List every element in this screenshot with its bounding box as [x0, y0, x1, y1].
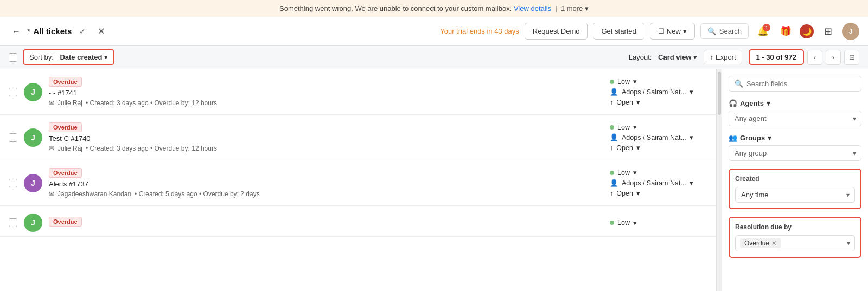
- avatar: J: [24, 83, 42, 101]
- ticket-details: • Created: 3 days ago • Overdue by: 12 h…: [86, 99, 217, 107]
- priority-value: Low: [617, 219, 630, 227]
- agent-icon: 👤: [610, 133, 618, 141]
- export-button[interactable]: ↑ Export: [704, 50, 742, 64]
- overdue-chip-label: Overdue: [744, 240, 769, 247]
- ticket-meta: ✉ Julie Raj • Created: 3 days ago • Over…: [49, 145, 603, 152]
- chevron-down-icon: ▾: [690, 133, 693, 141]
- ticket-checkbox[interactable]: [9, 218, 17, 227]
- search-button[interactable]: 🔍 Search: [700, 23, 749, 39]
- table-row[interactable]: J Overdue - - #1741 ✉ Julie Raj • Create…: [0, 69, 716, 115]
- layout-selector[interactable]: Layout: Card view ▾: [629, 53, 698, 61]
- group-field: 👤 Adops / Sairam Nat... ▾: [610, 133, 693, 141]
- agents-label[interactable]: 🎧 Agents ▾: [729, 99, 861, 107]
- mail-icon: ✉: [49, 145, 54, 152]
- trial-text: Your trial ends in 43 days: [440, 27, 519, 35]
- toolbar: Sort by: Date created ▾ Layout: Card vie…: [0, 46, 868, 69]
- avatar: J: [24, 214, 42, 232]
- ticket-author: Jagadeeshwaran Kandan: [58, 190, 131, 198]
- select-all-checkbox[interactable]: [9, 53, 17, 62]
- view-details-link[interactable]: View details: [514, 4, 551, 12]
- any-time-select[interactable]: Any time Today Yesterday Last 7 days Las…: [735, 187, 855, 203]
- chevron-down-icon: ▾: [683, 27, 687, 35]
- more-link[interactable]: 1 more: [561, 4, 583, 12]
- search-fields-box[interactable]: 🔍: [729, 76, 861, 92]
- ticket-checkbox[interactable]: [9, 179, 17, 187]
- chevron-down-icon: ▾: [690, 88, 693, 96]
- search-fields-input[interactable]: [746, 80, 856, 88]
- ticket-details: • Created: 3 days ago • Overdue by: 12 h…: [86, 145, 217, 152]
- mail-icon: ✉: [49, 99, 54, 107]
- priority-dot: [610, 221, 614, 225]
- new-button[interactable]: ☐ New ▾: [650, 23, 695, 40]
- status-value: Open: [616, 144, 633, 152]
- groups-label[interactable]: 👥 Groups ▾: [729, 134, 861, 142]
- chevron-down-icon: ▾: [847, 240, 850, 247]
- created-label: Created: [735, 175, 855, 183]
- avatar[interactable]: J: [842, 23, 859, 40]
- groups-filter-section: 👥 Groups ▾ Any group: [729, 134, 861, 161]
- back-nav-icon[interactable]: ←: [9, 24, 24, 39]
- priority-value: Low: [617, 78, 630, 86]
- group-value: Adops / Sairam Nat...: [622, 88, 686, 96]
- ticket-title: Alerts #1737: [49, 180, 603, 188]
- priority-dot: [610, 171, 614, 175]
- status-badge: Overdue: [49, 77, 82, 87]
- any-agent-selector[interactable]: Any agent: [729, 111, 861, 126]
- created-filter-section: Created Any time Today Yesterday Last 7 …: [729, 169, 861, 209]
- agents-filter-section: 🎧 Agents ▾ Any agent: [729, 99, 861, 126]
- sort-button[interactable]: Sort by: Date created ▾: [23, 49, 114, 65]
- ticket-fields: Low ▾ 👤 Adops / Sairam Nat... ▾ ↑ Open ▾: [610, 169, 707, 197]
- bell-icon-button[interactable]: 🔔 1: [754, 23, 771, 40]
- priority-value: Low: [617, 124, 630, 131]
- any-group-selector[interactable]: Any group: [729, 145, 861, 161]
- prev-page-button[interactable]: ‹: [807, 50, 822, 65]
- get-started-button[interactable]: Get started: [593, 23, 644, 40]
- status-field: ↑ Open ▾: [610, 189, 640, 197]
- bell-badge: 1: [763, 24, 770, 31]
- gift-icon-button[interactable]: 🎁: [777, 23, 794, 40]
- any-agent-select[interactable]: Any agent: [729, 111, 861, 126]
- ticket-checkbox[interactable]: [9, 88, 17, 96]
- scrollbar-thumb[interactable]: [718, 72, 721, 115]
- close-icon[interactable]: ✕: [93, 24, 108, 39]
- header-actions: Your trial ends in 43 days Request Demo …: [440, 23, 859, 40]
- chevron-down-icon: ▾: [636, 98, 640, 106]
- table-row[interactable]: J Overdue Test C #1740 ✉ Julie Raj • Cre…: [0, 115, 716, 160]
- top-banner: Something went wrong. We are unable to c…: [0, 0, 868, 17]
- group-value: Adops / Sairam Nat...: [622, 179, 686, 187]
- groups-icon: 👥: [729, 134, 737, 142]
- ticket-fields: Low ▾ 👤 Adops / Sairam Nat... ▾ ↑ Open ▾: [610, 77, 707, 106]
- priority-value: Low: [617, 169, 630, 177]
- overdue-chip: Overdue ✕: [740, 238, 781, 248]
- ticket-fields: Low ▾ 👤 Adops / Sairam Nat... ▾ ↑ Open ▾: [610, 123, 707, 152]
- chevron-down-icon: ▾: [633, 77, 637, 86]
- priority-field: Low ▾: [610, 169, 637, 177]
- status-badge: Overdue: [49, 217, 82, 227]
- grid-icon-button[interactable]: ⊞: [819, 23, 837, 40]
- status-value: Open: [616, 190, 633, 197]
- request-demo-button[interactable]: Request Demo: [525, 23, 588, 40]
- table-row[interactable]: J Overdue Alerts #1737 ✉ Jagadeeshwaran …: [0, 160, 716, 206]
- export-icon: ↑: [710, 53, 713, 61]
- check-icon[interactable]: ✓: [75, 24, 90, 39]
- header-left: ← * All tickets ✓ ✕: [9, 24, 436, 39]
- tickets-area: J Overdue - - #1741 ✉ Julie Raj • Create…: [0, 69, 716, 291]
- next-page-button[interactable]: ›: [826, 50, 841, 65]
- avatar: J: [24, 128, 42, 147]
- group-field: 👤 Adops / Sairam Nat... ▾: [610, 179, 693, 187]
- ticket-checkbox[interactable]: [9, 133, 17, 142]
- agent-icon: 👤: [610, 179, 618, 187]
- resolution-due-selector[interactable]: Overdue ✕ ▾: [735, 235, 855, 251]
- any-group-select[interactable]: Any group: [729, 145, 861, 161]
- remove-overdue-chip[interactable]: ✕: [771, 240, 777, 247]
- search-icon: 🔍: [707, 27, 716, 35]
- page-count: 1 - 30 of 972: [749, 49, 804, 65]
- columns-button[interactable]: ⊟: [844, 50, 859, 65]
- moon-icon[interactable]: 🌙: [800, 24, 814, 38]
- ticket-content: Overdue Test C #1740 ✉ Julie Raj • Creat…: [49, 122, 603, 152]
- any-time-selector[interactable]: Any time Today Yesterday Last 7 days Las…: [735, 187, 855, 203]
- ticket-title: - - #1741: [49, 89, 603, 97]
- scrollbar[interactable]: [716, 69, 722, 291]
- table-row[interactable]: J Overdue Low ▾: [0, 206, 716, 237]
- ticket-content: Overdue Alerts #1737 ✉ Jagadeeshwaran Ka…: [49, 168, 603, 198]
